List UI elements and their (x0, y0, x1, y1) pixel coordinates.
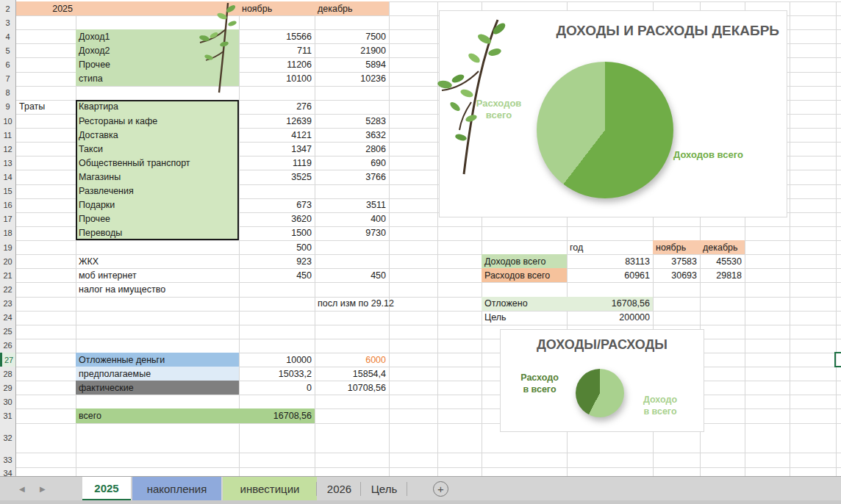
cell-saved-label[interactable]: Отложено (482, 297, 567, 311)
row-header-17[interactable]: 17 (0, 212, 15, 226)
expense-row-label[interactable]: Переводы (76, 226, 239, 240)
expense-row-nov-value[interactable]: 12639 (239, 114, 315, 128)
cell-expenses-section-label[interactable]: Траты (16, 100, 76, 114)
expense-row-nov-value[interactable]: 3525 (239, 170, 315, 184)
income-row-label[interactable]: Доход1 (76, 29, 239, 43)
savings-row-dec-value[interactable]: 10708,56 (315, 381, 389, 395)
cell-saved-value[interactable]: 16708,56 (567, 297, 653, 311)
row-header-27[interactable]: 27 (0, 353, 15, 367)
tab-nav-right-icon[interactable]: ▶ (40, 477, 46, 501)
sheet-tab-Цель[interactable]: Цель (362, 477, 407, 501)
savings-row-nov-value[interactable]: 10000 (239, 353, 315, 367)
expense-row-label[interactable]: Доставка (76, 128, 239, 142)
row-header-22[interactable]: 22 (0, 282, 15, 296)
row-header-10[interactable]: 10 (0, 114, 15, 128)
income-row-nov-value[interactable]: 711 (239, 43, 315, 57)
expense-row-dec-value[interactable]: 400 (315, 212, 389, 226)
savings-row-nov-value[interactable]: 15033,2 (239, 367, 315, 381)
row-header-20[interactable]: 20 (0, 254, 15, 268)
cell-nov-header[interactable]: ноябрь (239, 1, 315, 15)
misc-row-label[interactable]: ЖКХ (76, 254, 239, 268)
misc-row-label[interactable]: моб интернет (76, 268, 239, 282)
row-header-18[interactable]: 18 (0, 226, 15, 240)
row-header-19[interactable]: 19 (0, 240, 15, 254)
row-header-3[interactable]: 3 (0, 15, 15, 29)
row-header-11[interactable]: 11 (0, 128, 15, 142)
expense-row-label[interactable]: Такси (76, 142, 239, 156)
summary-dec-value[interactable]: 45530 (700, 254, 745, 268)
savings-row-nov-value[interactable]: 0 (239, 381, 315, 395)
row-header-26[interactable]: 26 (0, 339, 15, 353)
summary-nov-value[interactable]: 37583 (653, 254, 700, 268)
income-row-dec-value[interactable]: 21900 (315, 43, 389, 57)
summary-col-year[interactable]: год (567, 240, 653, 254)
row-header-16[interactable]: 16 (0, 198, 15, 212)
cell-goal-value[interactable]: 200000 (567, 311, 653, 325)
add-sheet-button[interactable]: + (433, 481, 448, 497)
row-header-24[interactable]: 24 (0, 311, 15, 325)
chart-income-expenses-december[interactable]: ДОХОДЫ И РАСХОДЫ ДЕКАБРЬ Расходов всего … (439, 10, 787, 217)
expense-row-label[interactable]: Магазины (76, 170, 239, 184)
savings-row-label[interactable]: Отложенные деньги (76, 353, 239, 367)
expense-row-nov-value[interactable]: 1500 (239, 226, 315, 240)
misc-row-nov-value[interactable]: 923 (239, 254, 315, 268)
expense-row-label[interactable]: Рестораны и кафе (76, 114, 239, 128)
income-row-dec-value[interactable]: 7500 (315, 29, 389, 43)
income-row-label[interactable]: стипа (76, 72, 239, 86)
income-row-nov-value[interactable]: 11206 (239, 57, 315, 71)
row-header-25[interactable]: 25 (0, 325, 15, 339)
savings-row-label[interactable]: предполагаемые (76, 367, 239, 381)
row-header-12[interactable]: 12 (0, 142, 15, 156)
row-header-23[interactable]: 23 (0, 297, 15, 311)
cell-last-change-note[interactable]: посл изм по 29.12 (315, 297, 437, 311)
income-row-nov-value[interactable]: 15566 (239, 29, 315, 43)
row-header-4[interactable]: 4 (0, 29, 15, 43)
income-row-dec-value[interactable]: 5894 (315, 57, 389, 71)
summary-dec-value[interactable]: 29818 (700, 268, 745, 282)
savings-row-label[interactable]: фактические (76, 381, 239, 395)
expense-row-nov-value[interactable]: 4121 (239, 128, 315, 142)
expense-row-dec-value[interactable]: 5283 (315, 114, 389, 128)
expense-row-nov-value[interactable]: 673 (239, 198, 315, 212)
pie-chart-main[interactable] (537, 62, 673, 198)
expense-row-nov-value[interactable]: 1347 (239, 142, 315, 156)
row-header-28[interactable]: 28 (0, 367, 15, 381)
row-header-5[interactable]: 5 (0, 43, 15, 57)
pie-chart-small[interactable] (576, 369, 624, 417)
summary-row-label[interactable]: Доходов всего (482, 254, 567, 268)
row-header-2[interactable]: 2 (0, 1, 15, 15)
misc-row-label[interactable]: налог на имущество (76, 282, 239, 296)
expense-row-nov-value[interactable]: 1119 (239, 156, 315, 170)
cell-year-header[interactable]: 2025 (16, 1, 76, 15)
income-row-dec-value[interactable]: 10236 (315, 72, 389, 86)
row-header-6[interactable]: 6 (0, 57, 15, 71)
cell-goal-label[interactable]: Цель (482, 311, 567, 325)
expense-row-nov-value[interactable]: 3620 (239, 212, 315, 226)
chart-income-vs-expenses[interactable]: ДОХОДЫ/РАСХОДЫ Расходо в всего Доходо в … (500, 329, 704, 432)
row-header-32[interactable]: 32 (0, 423, 15, 453)
summary-nov-value[interactable]: 30693 (653, 268, 700, 282)
sheet-tab-инвестиции[interactable]: инвестиции (223, 477, 317, 501)
row-header-21[interactable]: 21 (0, 268, 15, 282)
income-row-nov-value[interactable]: 10100 (239, 72, 315, 86)
savings-row-dec-value[interactable]: 15854,4 (315, 367, 389, 381)
row-header-30[interactable]: 30 (0, 395, 15, 408)
row-header-14[interactable]: 14 (0, 170, 15, 184)
income-row-label[interactable]: Доход2 (76, 43, 239, 57)
misc-row-dec-value[interactable]: 450 (315, 268, 389, 282)
summary-col-dec[interactable]: декабрь (700, 240, 745, 254)
expense-row-dec-value[interactable]: 9730 (315, 226, 389, 240)
cell-dec-header[interactable]: декабрь (315, 1, 389, 15)
expense-row-dec-value[interactable]: 3632 (315, 128, 389, 142)
summary-year-value[interactable]: 83113 (567, 254, 653, 268)
row-header-9[interactable]: 9 (0, 100, 15, 114)
summary-row-label[interactable]: Расходов всего (482, 268, 567, 282)
misc-row-nov-value[interactable]: 450 (239, 268, 315, 282)
sheet-tab-накопления[interactable]: накопления (132, 477, 221, 501)
sheet-tab-2025[interactable]: 2025 (82, 477, 131, 501)
expense-row-dec-value[interactable]: 2806 (315, 142, 389, 156)
expense-row-label[interactable]: Развлечения (76, 184, 239, 198)
row-header-13[interactable]: 13 (0, 156, 15, 170)
cell-total-label[interactable]: всего (76, 408, 239, 422)
row-header-31[interactable]: 31 (0, 408, 15, 422)
